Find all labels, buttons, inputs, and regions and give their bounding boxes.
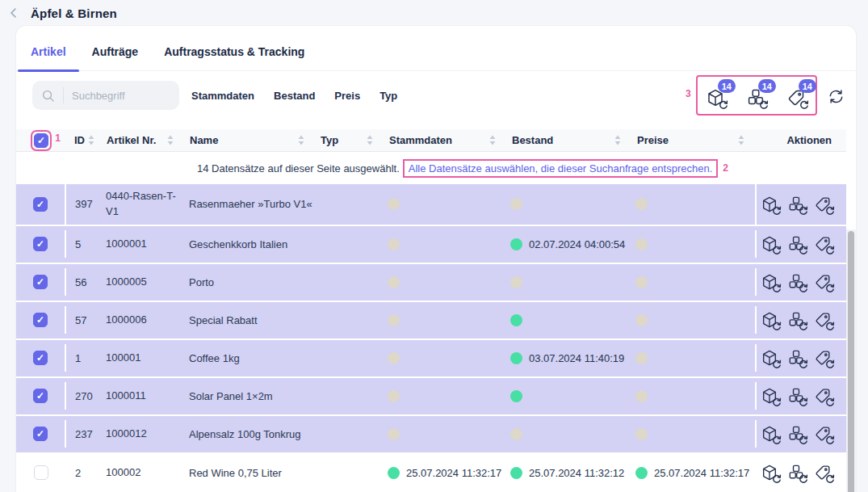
row-sync-bestand-button[interactable] bbox=[787, 311, 805, 329]
filter-preis[interactable]: Preis bbox=[334, 90, 360, 102]
cell-stammdaten-status bbox=[384, 420, 506, 448]
cell-actions bbox=[755, 344, 846, 372]
tab-artikel[interactable]: Artikel bbox=[18, 45, 79, 70]
column-header-id: ID bbox=[74, 134, 85, 146]
search-box[interactable] bbox=[32, 81, 179, 110]
row-sync-stammdaten-button[interactable] bbox=[761, 273, 778, 291]
select-all-matching-link[interactable]: Alle Datensätze auswählen, die dieser Su… bbox=[409, 162, 713, 175]
cell-id: 2 bbox=[66, 459, 101, 486]
cell-id: 56 bbox=[66, 268, 101, 296]
row-sync-bestand-button[interactable] bbox=[787, 273, 805, 291]
column-header-artikel-nr: Artikel Nr. bbox=[107, 134, 156, 146]
tab-auftraege[interactable]: Aufträge bbox=[79, 45, 152, 70]
scrollbar-track[interactable] bbox=[846, 229, 856, 492]
sync-preise-button[interactable]: 14 bbox=[786, 88, 806, 107]
row-checkbox[interactable] bbox=[34, 465, 48, 480]
row-sync-stammdaten-button[interactable] bbox=[761, 196, 778, 213]
annotation-box-3: 14 14 14 bbox=[696, 75, 817, 116]
row-sync-stammdaten-button[interactable] bbox=[761, 387, 778, 405]
row-sync-bestand-button[interactable] bbox=[787, 387, 805, 405]
sort-icon[interactable] bbox=[367, 135, 373, 145]
cell-artikel-nr: 1000011 bbox=[101, 382, 184, 410]
sort-icon[interactable] bbox=[489, 135, 496, 145]
row-sync-preise-button[interactable] bbox=[814, 387, 832, 405]
sync-button-group: 14 14 14 bbox=[698, 77, 816, 114]
cubes-sync-icon bbox=[787, 349, 805, 367]
cell-artikel-nr: 0440-Rasen-T-V1 bbox=[101, 184, 184, 225]
status-dot bbox=[388, 314, 400, 326]
refresh-icon bbox=[828, 90, 844, 103]
filter-stammdaten[interactable]: Stammdaten bbox=[191, 90, 254, 102]
row-checkbox[interactable] bbox=[33, 197, 48, 212]
status-dot bbox=[635, 238, 648, 250]
sync-bestand-button[interactable]: 14 bbox=[746, 88, 765, 107]
row-checkbox[interactable] bbox=[33, 275, 48, 289]
cell-stammdaten-status bbox=[384, 230, 506, 258]
row-sync-bestand-button[interactable] bbox=[787, 349, 805, 367]
cube-sync-icon bbox=[761, 235, 778, 253]
sort-icon[interactable] bbox=[738, 135, 744, 145]
sort-icon[interactable] bbox=[167, 135, 174, 145]
cell-bestand-status bbox=[506, 184, 631, 225]
cell-id: 397 bbox=[66, 184, 101, 225]
column-header-typ: Typ bbox=[321, 134, 338, 146]
status-dot bbox=[635, 276, 648, 288]
filter-bestand[interactable]: Bestand bbox=[274, 90, 315, 102]
back-button[interactable] bbox=[8, 7, 19, 19]
row-sync-preise-button[interactable] bbox=[814, 425, 832, 443]
row-sync-bestand-button[interactable] bbox=[787, 425, 805, 443]
cubes-sync-icon bbox=[787, 464, 805, 481]
row-sync-bestand-button[interactable] bbox=[787, 196, 805, 213]
row-sync-preise-button[interactable] bbox=[814, 311, 832, 329]
cube-sync-icon bbox=[761, 425, 778, 443]
row-sync-stammdaten-button[interactable] bbox=[761, 311, 778, 329]
cell-actions bbox=[755, 268, 846, 296]
refresh-button[interactable] bbox=[828, 90, 845, 106]
sort-icon[interactable] bbox=[88, 135, 94, 145]
row-sync-stammdaten-button[interactable] bbox=[761, 349, 778, 367]
select-all-checkbox[interactable] bbox=[34, 133, 48, 148]
row-sync-preise-button[interactable] bbox=[814, 464, 832, 481]
table-header-row: 1 ID Artikel Nr. Name Typ Stammdaten Bes… bbox=[16, 129, 846, 152]
row-sync-preise-button[interactable] bbox=[814, 196, 832, 213]
row-sync-stammdaten-button[interactable] bbox=[761, 425, 778, 443]
tab-auftragsstatus-tracking[interactable]: Auftragsstatus & Tracking bbox=[151, 45, 317, 70]
scrollbar-thumb[interactable] bbox=[848, 231, 854, 492]
filter-typ[interactable]: Typ bbox=[379, 90, 397, 102]
row-sync-preise-button[interactable] bbox=[814, 349, 832, 367]
row-checkbox[interactable] bbox=[33, 427, 48, 441]
row-sync-stammdaten-button[interactable] bbox=[761, 235, 778, 253]
cell-typ bbox=[315, 306, 384, 334]
cell-bestand-status: 03.07.2024 11:40:19 bbox=[506, 344, 631, 372]
row-checkbox[interactable] bbox=[33, 351, 48, 365]
status-date: 25.07.2024 11:32:12 bbox=[529, 467, 624, 479]
cell-typ bbox=[315, 382, 384, 410]
sync-stammdaten-button[interactable]: 14 bbox=[706, 88, 725, 107]
sort-icon[interactable] bbox=[298, 135, 304, 145]
cell-id: 270 bbox=[66, 382, 101, 410]
sort-icon[interactable] bbox=[614, 135, 621, 145]
annotation-marker-1: 1 bbox=[55, 132, 61, 144]
table-row: 237 1000012 Alpensalz 100g Tonkrug bbox=[16, 416, 846, 454]
row-sync-bestand-button[interactable] bbox=[787, 464, 805, 481]
sync-button-group-annotation: 3 14 14 bbox=[696, 75, 817, 116]
row-checkbox[interactable] bbox=[33, 313, 48, 327]
cubes-sync-icon bbox=[787, 235, 805, 253]
search-input[interactable] bbox=[64, 90, 179, 102]
sync-preise-badge: 14 bbox=[799, 79, 816, 93]
row-checkbox[interactable] bbox=[33, 237, 48, 251]
status-date: 25.07.2024 11:32:17 bbox=[654, 467, 749, 479]
cell-name: Rasenmaeher »Turbo V1« bbox=[184, 184, 315, 225]
row-sync-bestand-button[interactable] bbox=[787, 235, 805, 253]
cell-bestand-status: 02.07.2024 04:00:54 bbox=[506, 230, 631, 258]
row-checkbox[interactable] bbox=[33, 389, 48, 403]
cell-stammdaten-status bbox=[384, 184, 506, 225]
sync-bestand-badge: 14 bbox=[758, 79, 776, 93]
row-sync-preise-button[interactable] bbox=[814, 235, 832, 253]
row-sync-stammdaten-button[interactable] bbox=[761, 464, 778, 481]
column-header-name: Name bbox=[190, 134, 218, 146]
status-dot bbox=[510, 238, 522, 250]
row-sync-preise-button[interactable] bbox=[814, 273, 832, 291]
column-header-preise: Preise bbox=[637, 134, 669, 146]
status-dot bbox=[388, 467, 400, 479]
